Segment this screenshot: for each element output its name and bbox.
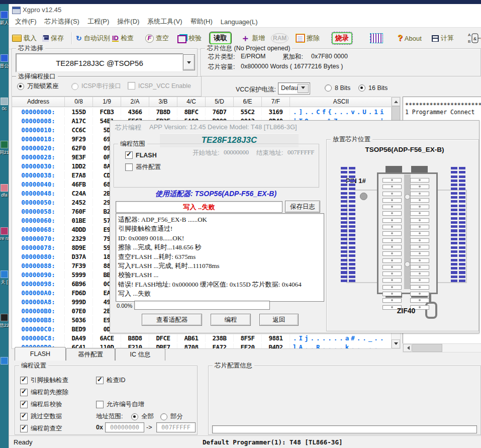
setting-checkbox-0[interactable]: 引脚接触检查 [20,376,68,385]
check-id-checkbox[interactable]: 检查ID [96,376,126,385]
hex-address[interactable]: 00000038: [12,171,65,179]
hex-address[interactable]: 000000B0: [12,307,65,315]
hex-cell[interactable]: 238B [206,334,234,342]
desktop-icon[interactable]: 0c [0,91,9,134]
hex-address[interactable]: 00000008: [12,117,65,125]
hex-cell[interactable]: FF20 [234,343,262,349]
menu-item-2[interactable]: 工程(P) [83,16,113,27]
range-to-input[interactable]: 007FFFFF [156,422,196,432]
hex-address[interactable]: 00000088: [12,262,65,270]
hex-cell[interactable]: 999D [65,298,93,306]
hex-column-header[interactable]: 2/A [121,97,149,107]
erase-button[interactable]: 擦除 [296,31,320,45]
hex-address[interactable]: 000000A0: [12,289,65,297]
hex-address[interactable]: 00000080: [12,253,65,260]
hex-cell[interactable]: 8708 [177,343,206,349]
desktop-icon[interactable] [0,350,9,393]
add-button[interactable]: ＋ 新增 [241,31,265,45]
hex-cell[interactable]: 8D9E [65,244,93,251]
hex-cell[interactable]: 7F39 [65,262,93,270]
hex-address[interactable]: 00000018: [12,135,65,143]
scroll-left-button[interactable] [403,344,412,352]
hex-column-header[interactable]: 6/E [234,97,262,107]
chip-select-combobox[interactable]: TE28F128J3C @TSOP56 [16,53,183,72]
tab-device-config[interactable]: 器件配置 [66,348,115,361]
hex-cell[interactable]: 5036 [65,316,93,324]
hex-cell[interactable]: A17C [65,117,93,125]
tab-ic-info[interactable]: IC 信息 [115,348,165,361]
hex-column-header[interactable]: 4/C [177,97,206,107]
scrollbar-thumb[interactable] [412,344,442,352]
hex-cell[interactable]: 8F5F [234,334,262,342]
hex-address[interactable]: 00000058: [12,208,65,215]
scroll-up-button[interactable] [392,97,400,106]
hex-cell[interactable]: E7A8 [65,171,93,179]
desktop-icon[interactable]: dfa [0,177,9,220]
setting-checkbox-2[interactable]: 编程后校验 [20,400,62,409]
hex-column-header[interactable]: 5/D [206,97,234,107]
hex-cell[interactable]: 1DD2 [65,162,93,170]
hex-cell[interactable]: 62F0 [65,144,93,152]
load-button[interactable]: 载入 [12,31,37,45]
desktop-icon[interactable]: 信22 [0,307,9,350]
menu-item-1[interactable]: 芯片选择(S) [41,16,83,27]
hex-cell[interactable]: BED9 [65,325,93,333]
hex-cell[interactable]: 76D7 [206,108,234,116]
range-part-radio[interactable]: 部分 [160,412,183,421]
vcc-current-combobox[interactable]: Default [278,82,310,95]
hex-address[interactable]: 000000A8: [12,298,65,306]
hex-address[interactable]: 00000030: [12,162,65,170]
logic-gate-button[interactable]: A B & Y [468,31,481,45]
hex-cell[interactable]: DA49 [65,334,93,342]
hex-cell[interactable]: 55C2 [234,108,262,116]
hex-address[interactable]: 00000028: [12,153,65,161]
hex-cell[interactable]: 8BFC [177,108,206,116]
hex-cell[interactable]: 6ACE [93,334,121,342]
hex-cell[interactable]: 9881 [262,334,290,342]
hex-address[interactable]: 00000020: [12,144,65,152]
save-button[interactable]: 保存 [42,31,64,45]
hex-cell[interactable]: 6B96 [65,280,93,288]
blank-check-button[interactable]: F 查空 [145,31,169,45]
setting-checkbox-1[interactable]: 编程前先擦除 [20,388,68,397]
desktop-icon[interactable]: 新人 [0,4,9,47]
id-check-button[interactable]: ID 检查 [112,31,134,45]
desktop-icon[interactable]: 普公 [0,47,9,91]
hex-address[interactable]: 000000C8: [12,334,65,342]
hex-ascii[interactable]: lA..R....k.. .. [290,343,392,349]
burn-button[interactable]: 烧录 [331,31,353,45]
setting-checkbox-3[interactable]: 跳过空数据 [20,412,62,421]
hex-address[interactable]: 00000010: [12,126,65,134]
hex-cell[interactable]: 4DDD [65,226,93,233]
hex-column-header[interactable]: Address [12,97,65,107]
hex-address[interactable]: 00000068: [12,226,65,233]
hex-cell[interactable]: D37A [65,253,93,260]
hex-address[interactable]: 000000B8: [12,316,65,324]
hex-column-header[interactable]: 0/8 [65,97,93,107]
program-button[interactable]: 编程 [211,314,251,326]
hex-address[interactable]: 00000070: [12,235,65,242]
hex-cell[interactable]: EA72 [206,343,234,349]
back-button[interactable]: 返回 [259,314,299,326]
hex-column-header[interactable]: 3/B [149,97,177,107]
about-button[interactable]: ? About [398,31,422,45]
hex-address[interactable]: 00000060: [12,217,65,224]
range-from-input[interactable]: 00000000 [105,422,144,432]
dialog-title-bar[interactable]: 芯片编程 APP Version: 12.45 Device Model: T4… [110,121,479,132]
hex-cell[interactable]: 7B8D [149,108,177,116]
hex-cell[interactable]: CC6C [65,126,93,134]
hex-address[interactable]: 000000C0: [12,325,65,333]
view-adapter-button[interactable]: 查看适配器 [142,314,202,326]
hex-cell[interactable]: 9E3F [65,153,93,161]
hex-cell[interactable]: FD6D [65,289,93,297]
auto-identify-button[interactable]: ↻ 自动识别 [76,31,110,45]
menu-item-4[interactable]: 系统工具(V) [143,16,186,27]
save-log-button[interactable]: 保存日志 [285,201,320,213]
hex-cell[interactable]: 2329 [65,235,93,242]
hex-cell[interactable]: 760F [65,208,93,215]
hex-address[interactable]: 00000090: [12,271,65,279]
hex-cell[interactable]: 9F29 [65,135,93,143]
calc-button[interactable]: 计算 [432,31,454,45]
hex-cell[interactable]: 01BE [65,217,93,224]
hex-cell[interactable]: 4366 [121,108,149,116]
